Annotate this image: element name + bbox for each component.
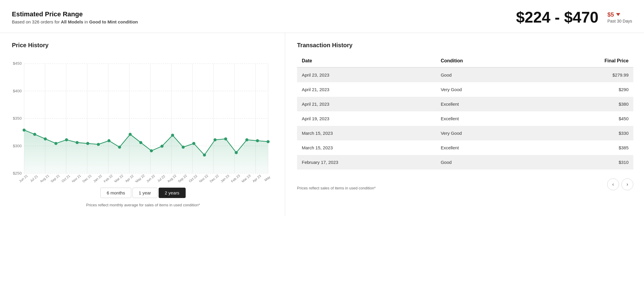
svg-text:Dec 21: Dec 21	[82, 174, 92, 182]
table-row: February 17, 2023Good$310	[297, 155, 633, 170]
col-date: Date	[297, 55, 436, 67]
chart-dot	[171, 134, 174, 137]
transaction-note: Prices reflect sales of items in used co…	[297, 186, 375, 190]
cell-condition: Very Good	[436, 82, 532, 97]
main-content: Price History	[0, 33, 644, 216]
chart-dot	[203, 153, 206, 156]
svg-text:Dec 22: Dec 22	[209, 174, 220, 182]
svg-text:Mar 22: Mar 22	[114, 174, 124, 182]
chart-dot	[224, 137, 227, 140]
chart-dot	[160, 145, 163, 148]
svg-text:$250: $250	[13, 171, 22, 175]
cell-date: March 15, 2023	[297, 126, 436, 140]
cell-price: $330	[532, 126, 633, 140]
chart-dot	[97, 143, 100, 146]
chart-dot	[129, 133, 132, 136]
arrow-down-icon	[616, 13, 620, 16]
svg-text:Apr 23: Apr 23	[252, 174, 262, 182]
subtitle-bold2: Good to Mint condition	[89, 19, 138, 24]
col-price: Final Price	[532, 55, 633, 67]
chart-controls: 6 months 1 year 2 years	[12, 188, 274, 198]
header-change: $5 Past 30 Days	[607, 11, 632, 23]
table-header-row: Date Condition Final Price	[297, 55, 633, 67]
cell-price: $380	[532, 97, 633, 111]
change-label: Past 30 Days	[607, 19, 632, 23]
pagination: ‹ ›	[607, 178, 633, 190]
cell-date: March 15, 2023	[297, 140, 436, 155]
table-row: April 21, 2023Very Good$290	[297, 82, 633, 97]
svg-text:Sep 21: Sep 21	[50, 174, 60, 182]
change-amount: $5	[607, 11, 620, 18]
price-history-title: Price History	[12, 42, 274, 49]
subtitle-bold1: All Models	[61, 19, 83, 24]
chart-dot	[214, 138, 217, 141]
cell-price: $385	[532, 140, 633, 155]
svg-text:Apr 22: Apr 22	[124, 174, 134, 182]
transaction-title: Transaction History	[297, 42, 633, 49]
svg-text:$300: $300	[13, 144, 22, 148]
svg-text:$350: $350	[13, 116, 22, 121]
transaction-section: Transaction History Date Condition Final…	[285, 33, 644, 216]
svg-text:Nov 22: Nov 22	[198, 174, 209, 182]
chart-dot	[23, 129, 26, 132]
btn-6months[interactable]: 6 months	[100, 188, 131, 198]
svg-text:Feb 23: Feb 23	[230, 174, 241, 182]
chart-dot	[266, 140, 269, 143]
svg-text:$400: $400	[13, 89, 22, 93]
btn-1year[interactable]: 1 year	[132, 188, 157, 198]
chart-dot	[44, 137, 47, 140]
subtitle-mid: in	[83, 19, 89, 24]
cell-condition: Excellent	[436, 111, 532, 126]
cell-condition: Excellent	[436, 140, 532, 155]
cell-condition: Very Good	[436, 126, 532, 140]
cell-condition: Good	[436, 155, 532, 170]
header-section: Estimated Price Range Based on 326 order…	[0, 0, 644, 33]
chart-note: Prices reflect monthly average for sales…	[12, 203, 274, 207]
chart-dot	[245, 138, 248, 141]
svg-text:Jan 22: Jan 22	[93, 174, 103, 182]
chart-dot	[75, 141, 78, 144]
table-row: April 19, 2023Excellent$450	[297, 111, 633, 126]
table-row: April 23, 2023Good$279.99	[297, 67, 633, 82]
svg-text:Jul 21: Jul 21	[29, 174, 39, 182]
svg-text:Jun 22: Jun 22	[146, 174, 156, 182]
chart-dot	[150, 149, 153, 152]
svg-text:Aug 22: Aug 22	[167, 174, 177, 182]
svg-text:Jan 23: Jan 23	[220, 174, 230, 182]
price-range: $224 - $470	[516, 8, 599, 26]
page-wrapper: Estimated Price Range Based on 326 order…	[0, 0, 644, 285]
price-history-chart: $450 $400 $350 $300 $250	[12, 55, 274, 182]
page-title: Estimated Price Range	[12, 10, 516, 18]
cell-date: April 21, 2023	[297, 82, 436, 97]
header-subtitle: Based on 326 orders for All Models in Go…	[12, 19, 516, 24]
price-history-section: Price History	[0, 33, 285, 216]
cell-condition: Excellent	[436, 97, 532, 111]
svg-text:May 22: May 22	[135, 174, 145, 182]
cell-price: $450	[532, 111, 633, 126]
svg-text:Sep 22: Sep 22	[177, 174, 188, 182]
chart-area	[24, 130, 268, 173]
chart-dot	[192, 142, 195, 145]
next-page-button[interactable]: ›	[621, 178, 633, 190]
svg-text:Nov 21: Nov 21	[71, 174, 81, 182]
cell-date: February 17, 2023	[297, 155, 436, 170]
table-row: April 21, 2023Excellent$380	[297, 97, 633, 111]
btn-2years[interactable]: 2 years	[159, 188, 186, 198]
cell-price: $279.99	[532, 67, 633, 82]
chart-dot	[118, 145, 121, 148]
chart-dot	[139, 141, 142, 144]
chart-dot	[86, 142, 89, 145]
bottom-row: Prices reflect sales of items in used co…	[297, 174, 633, 190]
svg-text:Jul 22: Jul 22	[157, 174, 166, 182]
cell-date: April 19, 2023	[297, 111, 436, 126]
cell-date: April 21, 2023	[297, 97, 436, 111]
subtitle-prefix: Based on 326 orders for	[12, 19, 61, 24]
prev-page-button[interactable]: ‹	[607, 178, 619, 190]
col-condition: Condition	[436, 55, 532, 67]
svg-text:Mar 23: Mar 23	[241, 174, 251, 182]
chart-container: $450 $400 $350 $300 $250	[12, 55, 274, 182]
chart-dot	[108, 139, 111, 142]
chart-dot	[65, 138, 68, 141]
cell-date: April 23, 2023	[297, 67, 436, 82]
svg-text:Aug 21: Aug 21	[39, 174, 50, 182]
